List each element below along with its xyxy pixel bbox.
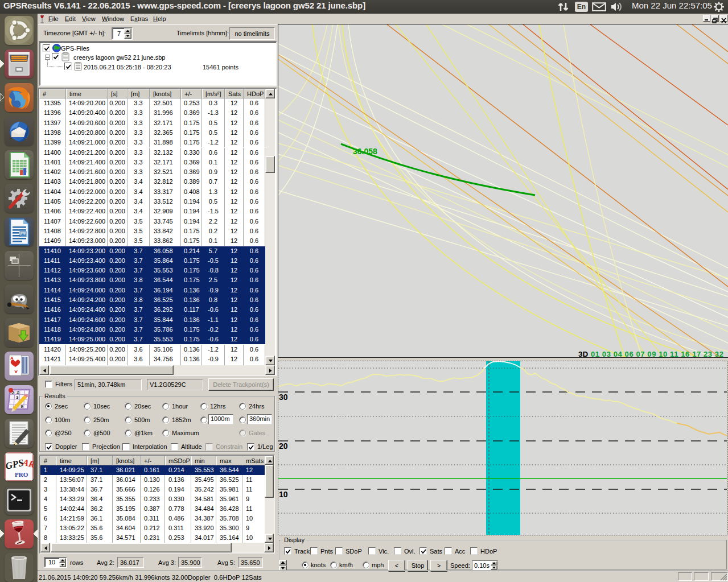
svg-text:PRO: PRO	[15, 471, 28, 478]
svg-text:3: 3	[16, 395, 19, 400]
svg-text:9: 9	[20, 404, 23, 409]
svg-text:10: 10	[279, 490, 288, 499]
svg-text:A: A	[10, 356, 14, 361]
svg-text:20: 20	[279, 441, 288, 451]
svg-text:01 03 04 06 07 09 10 11 16 17: 01 03 04 06 07 09 10 11 16 17 23 32	[591, 350, 724, 357]
svg-text:30: 30	[279, 393, 288, 402]
svg-text:A: A	[14, 369, 18, 374]
svg-text:2: 2	[17, 390, 19, 395]
svg-text:36.058: 36.058	[353, 147, 377, 156]
svg-text:3D: 3D	[578, 350, 589, 357]
